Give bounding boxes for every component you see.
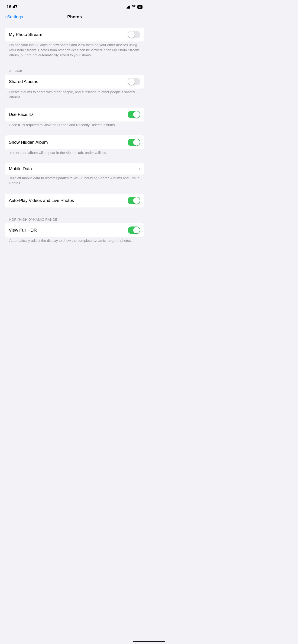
use-face-id-description: Face ID is required to view the Hidden a… bbox=[5, 122, 144, 131]
auto-play-toggle[interactable] bbox=[128, 197, 140, 204]
show-hidden-album-description: The Hidden album will appear in the Albu… bbox=[5, 150, 144, 158]
use-face-id-label: Use Face ID bbox=[9, 112, 33, 117]
my-photo-stream-card: My Photo Stream bbox=[5, 28, 144, 42]
hdr-section-header: HDR (HIGH DYNAMIC RANGE) bbox=[5, 214, 144, 223]
show-hidden-album-label: Show Hidden Album bbox=[9, 140, 48, 145]
my-photo-stream-row: My Photo Stream bbox=[5, 28, 144, 42]
back-chevron-icon: ‹ bbox=[5, 14, 6, 20]
toggle-knob bbox=[133, 111, 140, 118]
page-title: Photos bbox=[67, 14, 82, 20]
shared-albums-card: Shared Albums bbox=[5, 75, 144, 88]
auto-play-row: Auto-Play Videos and Live Photos bbox=[5, 194, 144, 208]
use-face-id-row: Use Face ID bbox=[5, 108, 144, 122]
shared-albums-description: Create albums to share with other people… bbox=[5, 90, 144, 103]
signal-icon bbox=[126, 5, 130, 8]
toggle-knob bbox=[128, 31, 135, 38]
show-hidden-album-card: Show Hidden Album bbox=[5, 136, 144, 149]
mobile-data-label: Mobile Data bbox=[9, 166, 32, 171]
use-face-id-card: Use Face ID bbox=[5, 108, 144, 122]
my-photo-stream-description: Upload your last 30 days of new photos a… bbox=[5, 42, 144, 61]
albums-section-header: ALBUMS bbox=[5, 65, 144, 75]
settings-content: My Photo Stream Upload your last 30 days… bbox=[0, 23, 149, 256]
view-full-hdr-description: Automatically adjust the display to show… bbox=[5, 238, 144, 246]
toggle-knob bbox=[133, 227, 140, 234]
show-hidden-album-row: Show Hidden Album bbox=[5, 136, 144, 149]
toggle-knob bbox=[133, 197, 140, 204]
use-face-id-toggle[interactable] bbox=[128, 111, 140, 118]
my-photo-stream-label: My Photo Stream bbox=[9, 32, 42, 37]
toggle-knob bbox=[133, 139, 140, 146]
status-icons: 66 bbox=[126, 5, 143, 9]
my-photo-stream-toggle[interactable] bbox=[128, 31, 140, 38]
show-hidden-album-toggle[interactable] bbox=[128, 139, 140, 146]
view-full-hdr-toggle[interactable] bbox=[128, 226, 140, 234]
status-bar: 18:47 66 bbox=[0, 0, 149, 12]
auto-play-card: Auto-Play Videos and Live Photos bbox=[5, 194, 144, 208]
auto-play-label: Auto-Play Videos and Live Photos bbox=[9, 198, 74, 203]
wifi-icon bbox=[132, 5, 136, 9]
view-full-hdr-row: View Full HDR bbox=[5, 223, 144, 237]
mobile-data-card: Mobile Data › bbox=[5, 163, 144, 174]
toggle-knob bbox=[128, 78, 135, 85]
mobile-data-row[interactable]: Mobile Data › bbox=[5, 163, 144, 174]
status-time: 18:47 bbox=[7, 4, 18, 10]
shared-albums-toggle[interactable] bbox=[128, 78, 140, 85]
nav-header: ‹ Settings Photos bbox=[0, 12, 149, 23]
view-full-hdr-card: View Full HDR bbox=[5, 223, 144, 237]
battery-icon: 66 bbox=[137, 5, 143, 9]
mobile-data-description: Turn off mobile data to restrict updates… bbox=[5, 176, 144, 189]
shared-albums-row: Shared Albums bbox=[5, 75, 144, 88]
back-label: Settings bbox=[7, 14, 23, 20]
chevron-right-icon: › bbox=[139, 166, 140, 171]
shared-albums-label: Shared Albums bbox=[9, 79, 38, 84]
back-button[interactable]: ‹ Settings bbox=[5, 14, 23, 20]
view-full-hdr-label: View Full HDR bbox=[9, 228, 37, 233]
